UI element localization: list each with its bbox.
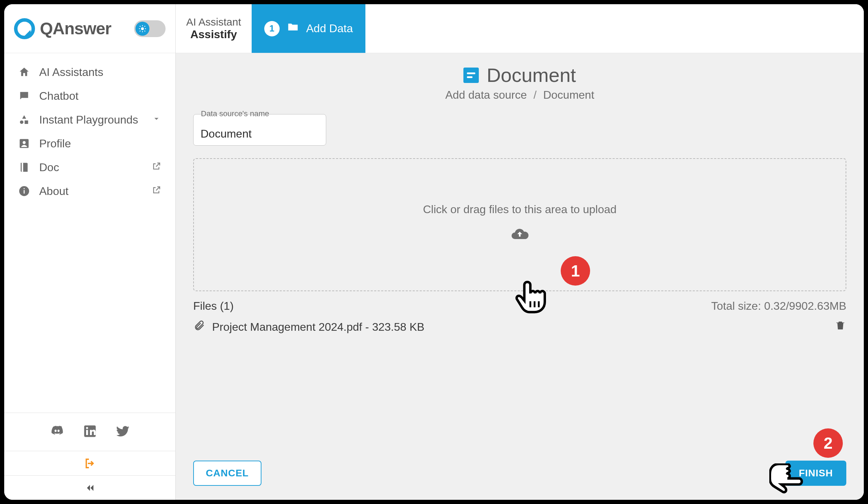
profile-icon xyxy=(18,138,30,149)
upload-dropzone[interactable]: Click or drag files to this area to uplo… xyxy=(193,158,846,291)
svg-rect-16 xyxy=(24,190,25,194)
social-links xyxy=(4,413,175,451)
sidebar-item-label: About xyxy=(39,185,69,198)
sidebar-item-about[interactable]: About xyxy=(4,179,175,203)
cancel-button[interactable]: CANCEL xyxy=(193,461,261,486)
content: Document Add data source / Document Data… xyxy=(176,53,864,500)
discord-icon[interactable] xyxy=(49,424,65,440)
datasource-name-input[interactable] xyxy=(193,114,326,146)
svg-line-5 xyxy=(140,26,140,27)
sidebar-nav: AI Assistants Chatbot Instant Playground… xyxy=(4,53,175,413)
dropzone-hint: Click or drag files to this area to uplo… xyxy=(423,203,616,216)
step-number-badge: 1 xyxy=(264,21,280,36)
collapse-sidebar-button[interactable] xyxy=(4,475,175,500)
chat-icon xyxy=(18,90,30,102)
topbar: AI Assistant Assistify 1 Add Data xyxy=(176,4,864,53)
datasource-name-field: Data source's name xyxy=(193,114,326,146)
svg-rect-14 xyxy=(22,163,23,172)
assistant-crumb[interactable]: AI Assistant Assistify xyxy=(176,4,252,53)
external-link-icon xyxy=(152,185,161,198)
brand-name: QAnswer xyxy=(40,19,111,38)
assistant-label: AI Assistant xyxy=(186,16,241,28)
svg-line-8 xyxy=(145,26,145,27)
page-title-row: Document xyxy=(193,64,846,86)
folder-icon xyxy=(287,21,299,36)
shapes-icon xyxy=(18,114,30,126)
linkedin-icon[interactable] xyxy=(82,424,98,440)
sidebar-header: QAnswer xyxy=(4,4,175,53)
breadcrumb-leaf: Document xyxy=(543,89,594,101)
sidebar-item-instant-playgrounds[interactable]: Instant Playgrounds xyxy=(4,108,175,132)
document-icon xyxy=(463,68,479,83)
book-icon xyxy=(18,161,30,173)
svg-line-7 xyxy=(140,30,140,31)
sidebar-item-label: Chatbot xyxy=(39,90,78,103)
logo-icon xyxy=(14,18,35,39)
sidebar-item-label: AI Assistants xyxy=(39,66,103,79)
delete-file-button[interactable] xyxy=(834,320,846,334)
assistant-name: Assistify xyxy=(186,28,241,41)
breadcrumb: Add data source / Document xyxy=(193,89,846,102)
svg-point-13 xyxy=(23,141,26,144)
sidebar-item-label: Profile xyxy=(39,137,71,150)
sidebar-item-doc[interactable]: Doc xyxy=(4,155,175,179)
breadcrumb-root[interactable]: Add data source xyxy=(445,89,527,101)
sidebar: QAnswer AI Assistants xyxy=(4,4,176,500)
main-area: AI Assistant Assistify 1 Add Data Docume… xyxy=(176,4,864,500)
total-size: Total size: 0.32/9902.63MB xyxy=(711,300,846,313)
sidebar-item-chatbot[interactable]: Chatbot xyxy=(4,84,175,108)
chevron-down-icon xyxy=(152,113,161,126)
sidebar-item-profile[interactable]: Profile xyxy=(4,132,175,155)
svg-rect-19 xyxy=(86,430,88,435)
pointing-hand-icon xyxy=(769,463,808,500)
sidebar-item-ai-assistants[interactable]: AI Assistants xyxy=(4,60,175,84)
file-name: Project Management 2024.pdf - 323.58 KB xyxy=(212,321,425,334)
svg-rect-17 xyxy=(24,188,25,189)
svg-point-0 xyxy=(141,27,144,30)
logout-button[interactable] xyxy=(4,451,175,475)
svg-line-6 xyxy=(145,30,145,31)
file-row: Project Management 2024.pdf - 323.58 KB xyxy=(193,320,846,334)
attachment-icon xyxy=(193,320,205,334)
svg-point-20 xyxy=(86,427,88,429)
step-add-data[interactable]: 1 Add Data xyxy=(252,4,365,53)
cloud-upload-icon xyxy=(510,224,530,247)
annotation-badge-2: 2 xyxy=(813,428,843,458)
sidebar-item-label: Doc xyxy=(39,161,59,174)
sidebar-footer xyxy=(4,413,175,500)
twitter-icon[interactable] xyxy=(115,424,131,440)
step-label: Add Data xyxy=(306,22,353,35)
svg-point-10 xyxy=(20,120,23,124)
sun-icon xyxy=(135,22,149,36)
app-window: QAnswer AI Assistants xyxy=(4,4,864,500)
action-bar: CANCEL FINISH xyxy=(193,447,846,486)
home-icon xyxy=(18,66,30,78)
svg-rect-11 xyxy=(24,120,28,124)
external-link-icon xyxy=(152,161,161,174)
page-title: Document xyxy=(486,64,576,86)
pointer-cursor-icon xyxy=(512,277,550,317)
sidebar-item-label: Instant Playgrounds xyxy=(39,113,138,126)
annotation-badge-1: 1 xyxy=(561,256,590,286)
svg-marker-9 xyxy=(22,115,26,119)
breadcrumb-separator: / xyxy=(533,89,537,101)
info-icon xyxy=(18,185,30,197)
theme-toggle[interactable] xyxy=(134,20,166,37)
files-count: Files (1) xyxy=(193,300,234,313)
field-label: Data source's name xyxy=(199,109,271,118)
